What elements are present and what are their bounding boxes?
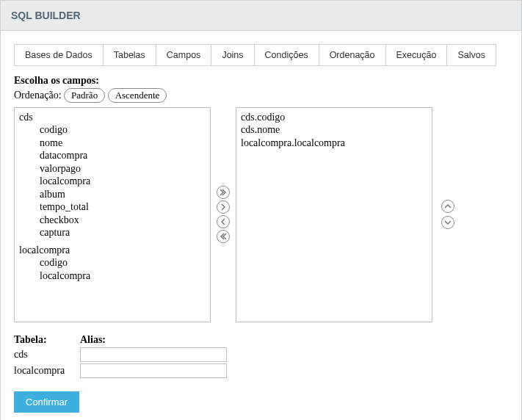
tab-salvos[interactable]: Salvos: [446, 44, 496, 66]
field-group: cds codigo nome datacompra valorpago loc…: [19, 111, 206, 239]
alias-header-table: Tabela:: [14, 334, 80, 346]
alias-row: cds: [14, 347, 508, 362]
selected-item[interactable]: cds.nome: [241, 123, 427, 137]
field-item[interactable]: localcompra: [19, 269, 206, 283]
alias-input[interactable]: [80, 347, 227, 362]
move-down-button[interactable]: [441, 216, 454, 229]
alias-input[interactable]: [80, 363, 227, 378]
page-title: SQL BUILDER: [11, 10, 511, 21]
selected-item[interactable]: cds.codigo: [241, 111, 427, 124]
remove-button[interactable]: [217, 215, 230, 228]
transfer-controls: [217, 186, 230, 243]
add-button[interactable]: [217, 200, 230, 214]
field-item[interactable]: codigo: [19, 123, 206, 137]
remove-all-button[interactable]: [217, 230, 230, 243]
alias-headers: Tabela: Alias:: [14, 334, 508, 346]
field-item[interactable]: valorpago: [19, 162, 206, 175]
group-name[interactable]: localcompra: [19, 244, 206, 257]
tab-bases-de-dados[interactable]: Bases de Dados: [14, 44, 104, 66]
field-group: localcompra codigo localcompra: [19, 244, 206, 283]
selected-fields-list[interactable]: cds.codigo cds.nome localcompra.localcom…: [236, 107, 432, 322]
alias-section: Tabela: Alias: cds localcompra: [14, 334, 508, 378]
field-item[interactable]: codigo: [19, 256, 206, 269]
tab-campos[interactable]: Campos: [156, 44, 212, 66]
available-fields-list[interactable]: cds codigo nome datacompra valorpago loc…: [14, 107, 211, 322]
field-item[interactable]: localcompra: [19, 175, 206, 188]
field-item[interactable]: captura: [19, 226, 206, 239]
selected-item[interactable]: localcompra.localcompra: [241, 137, 427, 150]
tab-joins[interactable]: Joins: [211, 44, 254, 66]
tab-execucao[interactable]: Execução: [385, 44, 448, 66]
body: Bases de Dados Tabelas Campos Joins Cond…: [1, 31, 521, 420]
add-all-button[interactable]: [217, 186, 230, 199]
field-item[interactable]: datacompra: [19, 149, 206, 162]
tab-condicoes[interactable]: Condições: [254, 44, 319, 66]
tab-tabelas[interactable]: Tabelas: [103, 44, 156, 66]
alias-header-alias: Alias:: [80, 334, 106, 346]
group-name[interactable]: cds: [19, 111, 206, 124]
tabs: Bases de Dados Tabelas Campos Joins Cond…: [14, 44, 508, 66]
ordering-label: Ordenação:: [14, 90, 62, 101]
choose-fields-label: Escolha os campos:: [14, 75, 508, 87]
app-container: SQL BUILDER Bases de Dados Tabelas Campo…: [0, 0, 522, 420]
lists-row: cds codigo nome datacompra valorpago loc…: [14, 107, 508, 322]
alias-table-name: localcompra: [14, 365, 80, 377]
ordering-row: Ordenação: Padrão Ascendente: [14, 88, 508, 103]
tab-ordenacao[interactable]: Ordenação: [319, 44, 386, 66]
header: SQL BUILDER: [1, 1, 521, 31]
alias-row: localcompra: [14, 363, 508, 378]
field-item[interactable]: nome: [19, 137, 206, 150]
field-item[interactable]: album: [19, 188, 206, 201]
confirm-button[interactable]: Confirmar: [14, 391, 79, 413]
reorder-controls: [441, 200, 454, 229]
move-up-button[interactable]: [441, 200, 454, 213]
order-ascending-button[interactable]: Ascendente: [108, 88, 167, 103]
order-default-button[interactable]: Padrão: [64, 88, 105, 103]
field-item[interactable]: checkbox: [19, 214, 206, 227]
field-item[interactable]: tempo_total: [19, 200, 206, 214]
alias-table-name: cds: [14, 349, 80, 361]
